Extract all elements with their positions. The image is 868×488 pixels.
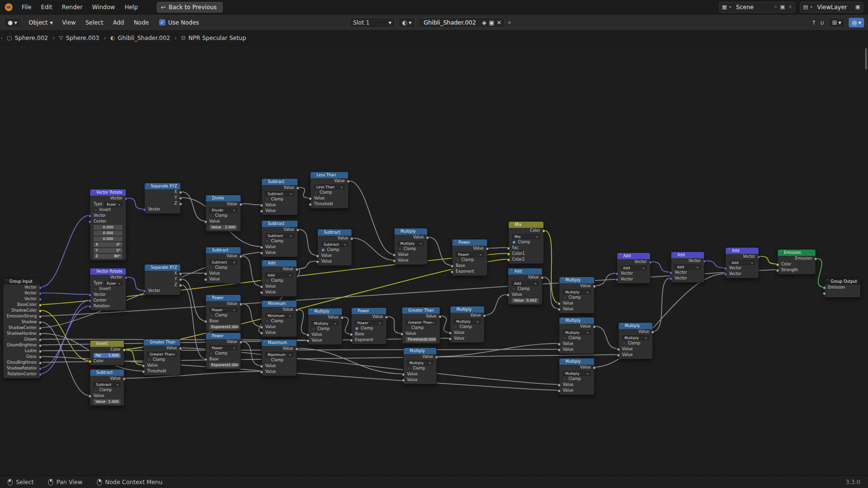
parent-node-tree-icon[interactable]: ↑ (812, 19, 816, 26)
collapse-icon[interactable]: ˅ (674, 252, 676, 258)
output-socket[interactable] (649, 261, 652, 264)
output-socket[interactable] (651, 330, 654, 334)
collapse-icon[interactable]: ˅ (313, 172, 315, 178)
input-socket[interactable] (450, 270, 454, 274)
input-socket[interactable] (204, 278, 207, 281)
input-socket[interactable] (88, 305, 92, 308)
output-socket[interactable] (179, 284, 182, 287)
clamp-checkbox[interactable] (563, 336, 567, 340)
clamp-checkbox[interactable] (398, 247, 402, 251)
scene-pin-icon[interactable]: ⌖ (773, 4, 777, 10)
node-header[interactable]: ˅Group Output (825, 278, 860, 285)
input-socket[interactable] (402, 379, 405, 382)
clamp-checkbox[interactable] (314, 191, 318, 195)
clamp-checkbox[interactable] (456, 258, 460, 262)
menu-render[interactable]: Render (57, 2, 87, 12)
collapse-icon[interactable]: ˅ (264, 301, 266, 307)
value-field[interactable]: Z80° (94, 254, 122, 259)
collapse-icon[interactable]: ˅ (562, 358, 564, 365)
scene-selector[interactable]: ▦ ▾ Scene ⌖ ▣ ✕ (719, 2, 795, 13)
node-pow4[interactable]: ˅PowerValuePower▾ClampBaseExponent2.000 (205, 332, 241, 369)
node-div1[interactable]: ˅DivideValueDivide▾ClampValueValue2.000 (205, 195, 241, 232)
input-socket[interactable] (557, 308, 561, 311)
input-socket[interactable] (88, 214, 92, 218)
output-socket[interactable] (438, 315, 442, 318)
node-row[interactable]: Multiply▾ (308, 320, 342, 326)
operation-dropdown[interactable]: Multiply▾ (622, 335, 649, 340)
node-row[interactable]: Clamp (262, 278, 297, 284)
node-row[interactable]: Clamp (206, 213, 241, 219)
value-field[interactable]: Exponent2.000 (209, 325, 237, 330)
node-row[interactable]: Multiply▾ (559, 370, 594, 376)
input-socket[interactable] (557, 383, 561, 387)
collapse-icon[interactable]: ˅ (405, 307, 407, 314)
operation-dropdown[interactable]: Multiply▾ (563, 330, 591, 335)
node-add1[interactable]: ˅AddValueAdd▾ClampValueValue0.002 (508, 268, 542, 305)
node-row[interactable]: Invert (90, 286, 126, 292)
node-header[interactable]: ˅Multiply (404, 348, 436, 354)
node-row[interactable]: Clamp (144, 357, 180, 363)
output-socket[interactable] (39, 350, 42, 353)
node-header[interactable]: ˅Subtract (262, 221, 298, 227)
input-socket[interactable] (507, 247, 510, 250)
operation-dropdown[interactable]: Power▾ (456, 252, 484, 257)
clamp-checkbox[interactable] (454, 325, 458, 329)
output-socket[interactable] (39, 361, 42, 365)
output-socket[interactable] (179, 278, 182, 281)
node-row[interactable]: 0.000 (90, 224, 126, 230)
value-field[interactable]: 0.000 (94, 231, 122, 236)
node-row[interactable]: Threshold0.000 (402, 337, 440, 343)
operation-dropdown[interactable]: Greater Than▾ (147, 352, 177, 356)
node-row[interactable]: ✓Clamp (509, 239, 543, 245)
input-socket[interactable] (393, 259, 396, 263)
menu-add[interactable]: Add (108, 18, 128, 27)
output-socket[interactable] (39, 321, 42, 324)
clamp-checkbox[interactable] (94, 208, 97, 212)
input-socket[interactable] (306, 339, 310, 343)
operation-dropdown[interactable]: Power▾ (355, 320, 383, 325)
collapse-icon[interactable]: ˅ (620, 253, 622, 259)
value-field[interactable]: 0.000 (94, 225, 122, 230)
input-socket[interactable] (260, 246, 263, 249)
operation-dropdown[interactable]: Subtract▾ (94, 382, 121, 387)
node-header[interactable]: ˅Multiply (559, 358, 594, 365)
scene-copy-icon[interactable]: ▣ (780, 4, 786, 10)
output-socket[interactable] (814, 257, 817, 261)
output-socket[interactable] (295, 308, 298, 312)
use-nodes-toggle[interactable]: ✓ Use Nodes (159, 19, 199, 26)
node-row[interactable]: Add▾ (726, 260, 759, 265)
node-max1[interactable]: ˅MaximumValueMaximum▾ClampValueValue (261, 339, 297, 376)
node-row[interactable]: Clamp (452, 257, 487, 263)
node-row[interactable]: Power▾ (352, 320, 386, 326)
type-dropdown[interactable]: Euler▾ (104, 202, 122, 207)
node-header[interactable]: ˅Less Than (311, 172, 348, 178)
scene-name[interactable]: Scene (733, 4, 772, 11)
collapse-icon[interactable]: ˅ (264, 179, 266, 185)
clamp-checkbox[interactable] (265, 319, 269, 323)
operation-dropdown[interactable]: Power▾ (209, 345, 237, 350)
node-header[interactable]: ˅Subtract (206, 247, 241, 253)
collapse-icon[interactable]: ˅ (354, 308, 356, 314)
input-socket[interactable] (669, 271, 673, 275)
output-socket[interactable] (347, 180, 350, 183)
node-sub4[interactable]: ˅SubtractValueSubtract▾ClampValueValue (205, 247, 241, 284)
collapse-icon[interactable]: ˅ (208, 195, 210, 201)
output-socket[interactable] (39, 292, 42, 295)
operation-dropdown[interactable]: Divide▾ (209, 208, 237, 212)
node-vr2[interactable]: ˅Vector RotateVectorTypeEuler▾InvertVect… (90, 268, 126, 311)
node-addv1[interactable]: ˅AddVectorAdd▾VectorVector (617, 252, 651, 284)
node-vr1[interactable]: ˅Vector RotateVectorTypeEuler▾InvertVect… (90, 189, 126, 261)
node-row[interactable]: Clamp (311, 190, 348, 196)
output-socket[interactable] (179, 347, 182, 350)
input-socket[interactable] (724, 273, 727, 276)
slot-dropdown[interactable]: Slot 1 ▾ (349, 17, 395, 28)
breadcrumb-mesh[interactable]: ▽ Sphere.003 (59, 35, 99, 41)
output-socket[interactable] (39, 327, 42, 330)
output-socket[interactable] (39, 309, 42, 313)
material-name[interactable]: Ghibli_Shader.002 (421, 19, 479, 26)
output-socket[interactable] (124, 276, 128, 279)
node-row[interactable]: Divide▾ (206, 207, 241, 213)
node-gt2[interactable]: ˅Greater ThanValueGreater Than▾ClampValu… (143, 339, 181, 376)
value-field[interactable]: Value1.000 (94, 399, 121, 404)
input-socket[interactable] (669, 277, 673, 280)
